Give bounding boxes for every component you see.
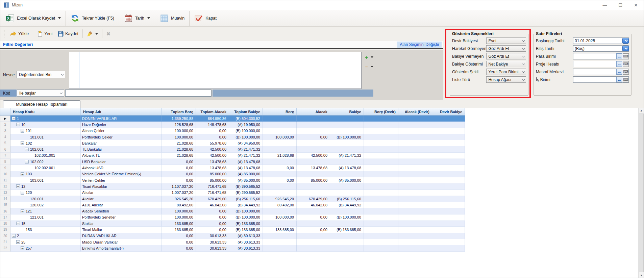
cell-toplam-borc[interactable]: 0,00 [162, 165, 196, 171]
tree-collapse-icon[interactable]: – [12, 117, 16, 120]
save-filter-button[interactable]: Kaydet [55, 29, 81, 38]
cell-devir-bakiye[interactable] [432, 214, 465, 221]
cell-devir-bakiye[interactable] [432, 239, 465, 245]
grid-row-101.001[interactable]: 4101.001Portföydeki Çekler100.000,000,00… [0, 134, 465, 140]
cell-toplam-bakiye[interactable]: (A) 21.471,32 [229, 153, 263, 159]
cell-toplam-bakiye[interactable]: (B) 133.685,00 [229, 221, 263, 227]
row-number[interactable]: 3 [0, 128, 10, 134]
chevron-down-icon[interactable] [95, 33, 98, 35]
cell-alacak-devir[interactable] [398, 177, 432, 183]
cell-borc[interactable] [263, 183, 297, 189]
grid-row-2[interactable]: 20–2DURAN VARLIKLAR0,0030.613,33(A) 30.6… [0, 233, 465, 239]
muavin-button[interactable]: Muavin [156, 11, 188, 25]
cell-alacak[interactable] [297, 233, 330, 239]
cell-bakiye[interactable] [330, 190, 364, 196]
cell-devir-bakiye[interactable] [432, 153, 465, 159]
cell-toplam-borc[interactable]: 133.685,00 [162, 227, 196, 233]
cell-borc[interactable] [263, 190, 297, 196]
cell-borc[interactable]: 21.028,68 [263, 153, 297, 159]
cell-hesap-kodu[interactable]: –257 [10, 245, 81, 251]
cell-hesap-kodu[interactable]: –102 [10, 140, 81, 146]
para-birimi-field[interactable]: ...⌨ [573, 53, 629, 59]
row-number[interactable]: 18 [0, 221, 10, 227]
cell-hesap-adi[interactable]: DURAN VARLIKLAR [81, 233, 162, 239]
cell-borc[interactable]: 80.492,00 [263, 202, 297, 208]
cell-hesap-adi[interactable]: Bankalar [81, 140, 162, 146]
cell-alacak[interactable]: 46.042,08 [297, 202, 330, 208]
cell-devir-bakiye[interactable] [432, 221, 465, 227]
tree-collapse-icon[interactable]: – [16, 184, 20, 188]
row-number[interactable]: 6 [0, 146, 10, 152]
cell-borc[interactable] [263, 116, 297, 122]
new-filter-button[interactable]: ✱ Yeni [34, 29, 55, 38]
cell-alacak-devir[interactable] [398, 196, 432, 202]
cell-borc[interactable] [263, 140, 297, 146]
row-number[interactable]: 22 [0, 245, 10, 251]
cell-bakiye[interactable]: (B) 100.000,00 [330, 214, 364, 221]
cell-alacak[interactable]: 0,00 [297, 134, 330, 140]
liste-turu-dropdown[interactable]: Hesap Ağacı [486, 76, 526, 83]
grid-row-121[interactable]: 16–121Alacak Senetleri100.000,000,00(B) … [0, 208, 465, 214]
cell-toplam-alacak[interactable]: 0,00 [196, 128, 229, 134]
cell-hesap-kodu[interactable]: 153 [10, 227, 81, 233]
keyboard-entry-button[interactable]: ⌨ [623, 77, 629, 82]
add-value-dropdown-icon[interactable] [371, 56, 373, 58]
cell-alacak[interactable] [297, 221, 330, 227]
cell-alacak[interactable] [297, 245, 330, 251]
kod-operator-dropdown[interactable]: İle başlar [17, 90, 64, 97]
cell-bakiye[interactable]: (B) 133.685,00 [330, 227, 364, 233]
excel-save-button[interactable]: X Excel Olarak Kaydet [2, 11, 64, 25]
cell-toplam-alacak[interactable]: 55.978,68 [196, 140, 229, 146]
cell-hesap-kodu[interactable]: –12 [10, 183, 81, 189]
cell-devir-bakiye[interactable] [432, 233, 465, 239]
grid-row-120.002[interactable]: 15120.002A101 Alıcılar80.492,0046.042,08… [0, 202, 465, 208]
cell-toplam-borc[interactable]: 0,00 [162, 177, 196, 183]
cell-toplam-borc[interactable]: 0,00 [162, 159, 196, 165]
cell-alacak-devir[interactable] [398, 128, 432, 134]
cell-alacak[interactable] [297, 190, 330, 196]
cell-toplam-borc[interactable]: 21.028,68 [162, 146, 196, 152]
cell-toplam-alacak[interactable]: 0,00 [196, 208, 229, 214]
masraf-merkezi-field[interactable]: ...⌨ [573, 69, 629, 75]
cell-hesap-kodu[interactable]: –120 [10, 190, 81, 196]
cell-toplam-alacak[interactable]: 30.613,33 [196, 245, 229, 251]
cell-toplam-borc[interactable]: 0,00 [162, 171, 196, 177]
cell-alacak-devir[interactable] [398, 153, 432, 159]
row-number[interactable]: 16 [0, 208, 10, 214]
column-header-alacak-devir[interactable]: Alacak (Devir) [398, 108, 432, 115]
row-number[interactable]: 14 [0, 196, 10, 202]
cell-borc-devir[interactable] [364, 128, 398, 134]
cell-toplam-borc[interactable]: 100.000,00 [162, 134, 196, 140]
grid-row-10[interactable]: 2–10Hazır Değerler128.528,68148.478,68(A… [0, 122, 465, 128]
lookup-ellipsis-button[interactable]: ... [616, 77, 622, 82]
tree-collapse-icon[interactable]: – [25, 160, 29, 163]
cell-toplam-alacak[interactable]: 148.478,68 [196, 122, 229, 128]
column-header-devir-bakiye[interactable]: Devir Bakiye [432, 108, 465, 115]
cell-devir-bakiye[interactable] [432, 196, 465, 202]
tree-collapse-icon[interactable]: – [21, 129, 24, 133]
cell-borc[interactable] [263, 159, 297, 165]
row-number[interactable]: 7 [0, 153, 10, 159]
keyboard-entry-button[interactable]: ⌨ [623, 69, 629, 75]
cell-bakiye[interactable] [330, 159, 364, 165]
toolbar-grip[interactable] [4, 30, 5, 37]
cell-borc-devir[interactable] [364, 190, 398, 196]
cell-devir-bakiye[interactable] [432, 128, 465, 134]
cell-hesap-adi[interactable]: Maddi Duran Varlıklar [81, 239, 162, 245]
cell-toplam-alacak[interactable]: 13.478,68 [196, 165, 229, 171]
cell-toplam-alacak[interactable]: 13.478,68 [196, 159, 229, 165]
scroll-up-button[interactable]: ▲ [639, 108, 644, 113]
column-header-toplam-borc[interactable]: Toplam Borç [162, 108, 196, 115]
cell-toplam-alacak[interactable]: 0,00 [196, 134, 229, 140]
tree-collapse-icon[interactable]: – [21, 209, 24, 213]
cell-toplam-borc[interactable]: 0,00 [162, 239, 196, 245]
cell-toplam-alacak[interactable]: 0,00 [196, 221, 229, 227]
cell-hesap-kodu[interactable]: 120.001 [10, 196, 81, 202]
cell-devir-bakiye[interactable] [432, 159, 465, 165]
load-filter-button[interactable]: Yükle [7, 29, 31, 38]
cell-alacak-devir[interactable] [398, 214, 432, 221]
cell-devir-bakiye[interactable] [432, 116, 465, 122]
cell-alacak-devir[interactable] [398, 227, 432, 233]
grid-row-102.001[interactable]: 6–102.001TL Bankalar21.028,6842.500,00(A… [0, 146, 465, 152]
bakiye-gosterimi-dropdown[interactable]: Net Bakiye [486, 61, 526, 67]
